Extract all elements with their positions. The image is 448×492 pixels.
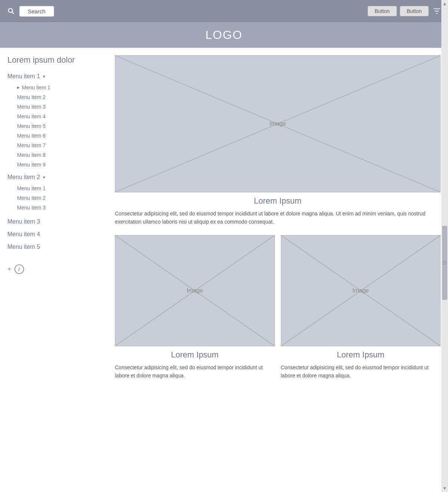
- filter-icon[interactable]: [432, 6, 442, 16]
- nav-right: Button Button: [368, 6, 442, 16]
- card-1: Image Lorem Ipsum Consectetur adipisicin…: [115, 235, 275, 389]
- svg-point-0: [9, 9, 13, 13]
- main-content-desc: Consectetur adipisicing elit, sed do eiu…: [115, 209, 441, 226]
- card-1-image: Image: [115, 235, 275, 346]
- menu-1-subitem-7-label: Menu item 7: [17, 142, 46, 148]
- card-2-title: Lorem Ipsum: [281, 350, 441, 360]
- main-layout: Lorem ipsum dolor Menu item 1 ▼ ▶ Menu i…: [0, 48, 448, 396]
- sidebar-item-menu3[interactable]: Menu item 3: [7, 215, 104, 228]
- chevron-down-icon-2: ▼: [42, 175, 46, 179]
- chevron-down-icon: ▼: [42, 75, 46, 79]
- nav-button-2[interactable]: Button: [400, 6, 429, 16]
- sidebar-title: Lorem ipsum dolor: [7, 55, 104, 65]
- menu-group-2-label: Menu item 2: [7, 174, 40, 181]
- grip-line-3: [443, 264, 446, 264]
- sidebar: Lorem ipsum dolor Menu item 1 ▼ ▶ Menu i…: [0, 55, 111, 396]
- menu-1-subitem-6-label: Menu item 6: [17, 133, 46, 139]
- scrollbar[interactable]: ▲ ▼: [441, 0, 448, 492]
- scroll-up-arrow[interactable]: ▲: [441, 0, 448, 7]
- add-icon[interactable]: +: [7, 265, 11, 273]
- content-area: Image Lorem Ipsum Consectetur adipisicin…: [111, 55, 448, 396]
- menu-2-subitem-1-label: Menu item 1: [17, 185, 46, 191]
- sidebar-item-menu5[interactable]: Menu item 5: [7, 241, 104, 253]
- menu-1-subitem-1-label: Menu item 1: [22, 85, 50, 90]
- menu-2-subitem-1[interactable]: Menu item 1: [13, 184, 104, 193]
- menu-1-subitem-4[interactable]: Menu item 4: [13, 112, 104, 121]
- menu-group-2: Menu item 2 ▼ Menu item 1 Menu item 2 Me…: [7, 172, 104, 212]
- card-1-image-label: Image: [187, 287, 203, 294]
- menu-group-1-subitems: ▶ Menu item 1 Menu item 2 Menu item 3 Me…: [7, 83, 104, 169]
- main-content-title: Lorem Ipsum: [115, 196, 441, 206]
- menu-2-subitem-2-label: Menu item 2: [17, 195, 46, 201]
- menu-1-subitem-5[interactable]: Menu item 5: [13, 121, 104, 131]
- menu-group-2-subitems: Menu item 1 Menu item 2 Menu item 3: [7, 184, 104, 212]
- menu-1-subitem-2-label: Menu item 2: [17, 94, 46, 100]
- grip-line-2: [443, 262, 446, 263]
- scroll-down-arrow[interactable]: ▼: [441, 485, 448, 492]
- menu-group-1-header[interactable]: Menu item 1 ▼: [7, 72, 104, 81]
- menu-1-subitem-2[interactable]: Menu item 2: [13, 92, 104, 102]
- menu-1-subitem-3[interactable]: Menu item 3: [13, 102, 104, 112]
- menu-1-subitem-9-label: Menu item 9: [17, 162, 46, 168]
- card-2-image: Image: [281, 235, 441, 346]
- nav-button-1[interactable]: Button: [368, 6, 396, 16]
- menu-group-1-label: Menu item 1: [7, 73, 40, 80]
- menu-group-2-header[interactable]: Menu item 2 ▼: [7, 172, 104, 182]
- card-1-title: Lorem Ipsum: [115, 350, 275, 360]
- search-icon: [6, 6, 16, 16]
- menu-1-subitem-6[interactable]: Menu item 6: [13, 131, 104, 141]
- main-image-placeholder: Image: [115, 55, 441, 192]
- menu-group-1: Menu item 1 ▼ ▶ Menu item 1 Menu item 2 …: [7, 72, 104, 169]
- sidebar-footer: + i: [7, 264, 104, 281]
- scroll-thumb-grip: [443, 261, 446, 264]
- menu-1-subitem-5-label: Menu item 5: [17, 123, 46, 129]
- two-col-section: Image Lorem Ipsum Consectetur adipisicin…: [115, 235, 441, 389]
- menu-1-subitem-8-label: Menu item 8: [17, 152, 46, 158]
- logo-banner: LOGO: [0, 22, 448, 48]
- menu-1-subitem-4-label: Menu item 4: [17, 113, 46, 119]
- logo-text: LOGO: [205, 28, 242, 42]
- arrow-right-icon: ▶: [17, 86, 20, 89]
- sidebar-item-menu4[interactable]: Menu item 4: [7, 228, 104, 241]
- card-2-image-label: Image: [352, 287, 369, 294]
- scroll-thumb[interactable]: [442, 226, 447, 300]
- menu-2-subitem-2[interactable]: Menu item 2: [13, 193, 104, 203]
- top-nav: Search Button Button: [0, 0, 448, 22]
- card-2-desc: Consectetur adipisicing elit, sed do eiu…: [281, 363, 441, 380]
- nav-left: Search: [6, 6, 54, 17]
- svg-line-1: [12, 12, 14, 14]
- menu-1-subitem-1[interactable]: ▶ Menu item 1: [13, 83, 104, 92]
- search-button[interactable]: Search: [19, 6, 54, 17]
- grip-line-1: [443, 261, 446, 261]
- menu-2-subitem-3-label: Menu item 3: [17, 205, 46, 211]
- menu-1-subitem-7[interactable]: Menu item 7: [13, 141, 104, 150]
- card-2: Image Lorem Ipsum Consectetur adipisicin…: [281, 235, 441, 389]
- menu-1-subitem-8[interactable]: Menu item 8: [13, 150, 104, 160]
- menu-1-subitem-9[interactable]: Menu item 9: [13, 160, 104, 169]
- info-icon[interactable]: i: [14, 264, 24, 274]
- main-image-label: Image: [269, 120, 286, 127]
- menu-2-subitem-3[interactable]: Menu item 3: [13, 203, 104, 212]
- menu-1-subitem-3-label: Menu item 3: [17, 104, 46, 110]
- card-1-desc: Consectetur adipisicing elit, sed do eiu…: [115, 363, 275, 380]
